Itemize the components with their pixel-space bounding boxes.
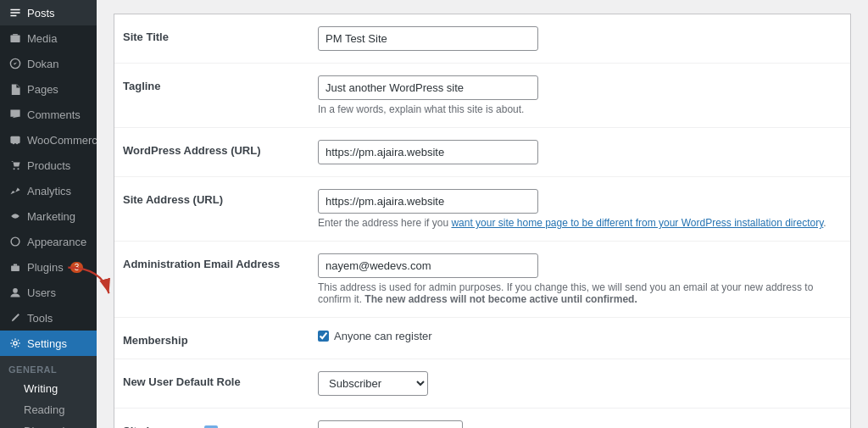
settings-form: Site Title Tagline In a few words, expla…: [114, 14, 851, 428]
new-user-role-label: New User Default Role: [123, 371, 318, 388]
tagline-description: In a few words, explain what this site i…: [318, 103, 842, 115]
new-user-role-row: New User Default Role Subscriber Contrib…: [114, 359, 850, 409]
site-title-control: [318, 26, 842, 51]
membership-checkbox-label: Anyone can register: [318, 330, 842, 342]
appearance-icon: [8, 235, 22, 248]
svg-point-6: [17, 168, 19, 170]
site-title-input[interactable]: [318, 26, 538, 51]
settings-icon: [8, 336, 22, 350]
users-icon: [8, 286, 22, 299]
site-language-control: English (United States): [318, 420, 842, 428]
comments-icon: [8, 108, 22, 121]
admin-email-input[interactable]: [318, 253, 538, 278]
sidebar-item-settings[interactable]: Settings: [0, 331, 97, 356]
products-icon: [8, 158, 22, 172]
svg-rect-2: [10, 136, 19, 143]
plugins-badge: 3: [70, 262, 84, 273]
tagline-control: In a few words, explain what this site i…: [318, 75, 842, 115]
admin-email-label: Administration Email Address: [123, 253, 318, 270]
submenu-item-reading[interactable]: Reading: [0, 399, 97, 420]
wp-address-label: WordPress Address (URL): [123, 140, 318, 157]
plugins-icon: [8, 260, 22, 274]
posts-icon: [8, 6, 22, 19]
sidebar-item-dokan[interactable]: Dokan: [0, 51, 97, 76]
dokan-icon: [8, 57, 22, 70]
svg-point-5: [14, 168, 15, 170]
settings-submenu: General Writing Reading Discussion Media…: [0, 356, 97, 428]
woocommerce-icon: [8, 133, 22, 147]
site-address-input[interactable]: [318, 189, 538, 214]
site-address-control: Enter the address here if you want your …: [318, 189, 842, 229]
membership-label: Membership: [123, 330, 318, 347]
tagline-label: Tagline: [123, 75, 318, 92]
svg-rect-0: [10, 36, 19, 42]
sidebar-item-pages[interactable]: Pages: [0, 76, 97, 102]
svg-point-3: [13, 142, 14, 144]
svg-point-4: [16, 142, 18, 144]
site-title-row: Site Title: [114, 14, 850, 64]
site-address-link[interactable]: want your site home page to be different…: [451, 217, 823, 229]
sidebar: Posts Media Dokan Pages Comments WooComm…: [0, 0, 97, 428]
main-content: Site Title Tagline In a few words, expla…: [97, 0, 868, 428]
sidebar-item-analytics[interactable]: Analytics: [0, 178, 97, 203]
site-language-row: Site Language A English (United States): [114, 409, 850, 428]
sidebar-item-products[interactable]: Products: [0, 153, 97, 178]
site-language-select[interactable]: English (United States): [318, 420, 463, 428]
sidebar-item-plugins[interactable]: Plugins 3: [0, 254, 97, 280]
tagline-row: Tagline In a few words, explain what thi…: [114, 64, 850, 128]
marketing-icon: [8, 209, 22, 223]
new-user-role-select[interactable]: Subscriber Contributor Author Editor Adm…: [318, 371, 428, 396]
sidebar-item-posts[interactable]: Posts: [0, 0, 97, 25]
sidebar-item-users[interactable]: Users: [0, 280, 97, 305]
sidebar-item-tools[interactable]: Tools: [0, 305, 97, 331]
submenu-item-discussion[interactable]: Discussion: [0, 420, 97, 428]
sidebar-item-marketing[interactable]: Marketing: [0, 203, 97, 229]
site-address-row: Site Address (URL) Enter the address her…: [114, 177, 850, 242]
membership-control: Anyone can register: [318, 330, 842, 342]
pages-icon: [8, 82, 22, 96]
membership-row: Membership Anyone can register: [114, 318, 850, 359]
analytics-icon: [8, 184, 22, 197]
wp-address-input[interactable]: [318, 140, 538, 164]
language-translate-icon: A: [204, 425, 218, 428]
admin-email-row: Administration Email Address This addres…: [114, 242, 850, 318]
site-language-label: Site Language A: [123, 420, 318, 428]
svg-point-10: [13, 288, 18, 293]
media-icon: [8, 31, 22, 45]
sidebar-item-woocommerce[interactable]: WooCommerce: [0, 127, 97, 153]
svg-rect-9: [11, 266, 19, 271]
wp-address-control: [318, 140, 842, 164]
submenu-item-writing[interactable]: Writing: [0, 378, 97, 399]
tools-icon: [8, 311, 22, 325]
membership-checkbox[interactable]: [318, 331, 329, 342]
svg-point-8: [11, 237, 19, 246]
submenu-section-label: General: [0, 356, 97, 378]
tagline-input[interactable]: [318, 75, 538, 100]
sidebar-item-comments[interactable]: Comments: [0, 102, 97, 127]
site-title-label: Site Title: [123, 26, 318, 43]
svg-point-11: [14, 342, 17, 345]
wp-address-row: WordPress Address (URL): [114, 128, 850, 177]
new-user-role-control: Subscriber Contributor Author Editor Adm…: [318, 371, 842, 396]
site-address-label: Site Address (URL): [123, 189, 318, 206]
sidebar-item-media[interactable]: Media: [0, 25, 97, 51]
site-address-description: Enter the address here if you want your …: [318, 217, 842, 229]
sidebar-item-appearance[interactable]: Appearance: [0, 229, 97, 254]
svg-point-7: [14, 215, 17, 218]
admin-email-description: This address is used for admin purposes.…: [318, 281, 842, 305]
admin-email-control: This address is used for admin purposes.…: [318, 253, 842, 305]
